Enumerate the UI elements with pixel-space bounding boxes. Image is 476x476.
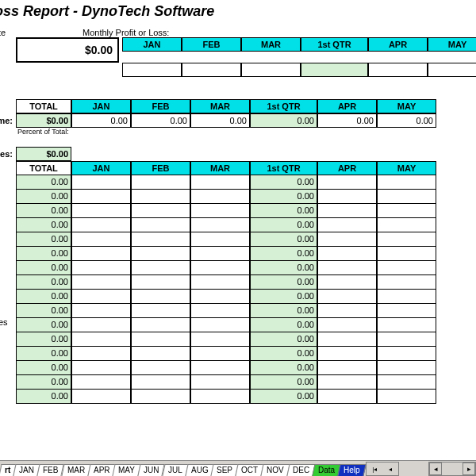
expense-cell[interactable] — [190, 390, 250, 404]
expense-cell[interactable] — [377, 247, 436, 261]
expense-row-total[interactable]: 0.00 — [16, 190, 71, 204]
expense-row-total[interactable]: 0.00 — [16, 318, 71, 332]
expense-cell-q1[interactable]: 0.00 — [250, 332, 317, 347]
expense-row-total[interactable]: 0.00 — [16, 375, 71, 390]
expense-cell[interactable] — [131, 190, 190, 204]
expense-cell[interactable] — [190, 347, 250, 361]
income-cell[interactable]: 0.00 — [190, 113, 250, 128]
income-header-may[interactable]: MAY — [377, 99, 436, 113]
expense-cell[interactable] — [190, 275, 250, 290]
expense-cell[interactable] — [131, 318, 190, 332]
expense-cell[interactable] — [71, 290, 131, 304]
income-header-q1[interactable]: 1st QTR — [250, 99, 317, 113]
expense-cell[interactable] — [190, 190, 250, 204]
expense-cell-q1[interactable]: 0.00 — [250, 190, 317, 204]
income-header-feb[interactable]: FEB — [131, 99, 190, 113]
sheet-tab-jun[interactable]: JUN — [138, 464, 166, 476]
expense-cell-q1[interactable]: 0.00 — [250, 390, 317, 404]
income-cell[interactable]: 0.00 — [131, 113, 190, 128]
tab-scroll-buttons[interactable]: |◂ ◂ — [366, 462, 399, 476]
expense-cell[interactable] — [377, 204, 436, 218]
expense-cell[interactable] — [71, 332, 131, 347]
expense-cell[interactable] — [190, 204, 250, 218]
income-header-mar[interactable]: MAR — [190, 99, 250, 113]
expense-cell[interactable] — [71, 247, 131, 261]
profit-cell[interactable] — [122, 63, 182, 77]
expense-cell[interactable] — [71, 318, 131, 332]
expense-cell[interactable] — [317, 218, 377, 232]
net-profit-value[interactable]: $0.00 — [16, 37, 119, 63]
expense-row-total[interactable]: 0.00 — [16, 175, 71, 190]
expense-cell[interactable] — [71, 261, 131, 275]
expense-cell[interactable] — [131, 247, 190, 261]
sheet-tab-aug[interactable]: AUG — [185, 464, 214, 476]
expense-cell[interactable] — [131, 375, 190, 390]
expense-cell[interactable] — [377, 290, 436, 304]
expense-cell[interactable] — [377, 175, 436, 190]
income-cell-q1[interactable]: 0.00 — [250, 113, 317, 128]
expense-cell[interactable] — [377, 232, 436, 247]
expense-cell[interactable] — [317, 190, 377, 204]
exp-header-feb[interactable]: FEB — [131, 161, 190, 175]
expense-cell-q1[interactable]: 0.00 — [250, 375, 317, 390]
expense-cell[interactable] — [131, 347, 190, 361]
expense-cell[interactable] — [71, 347, 131, 361]
expense-cell[interactable] — [377, 190, 436, 204]
expense-cell[interactable] — [317, 332, 377, 347]
expense-cell[interactable] — [71, 361, 131, 375]
expense-cell[interactable] — [71, 275, 131, 290]
expense-cell[interactable] — [71, 190, 131, 204]
expense-cell[interactable] — [377, 361, 436, 375]
expense-cell[interactable] — [71, 218, 131, 232]
expense-cell-q1[interactable]: 0.00 — [250, 304, 317, 318]
expense-cell[interactable] — [131, 218, 190, 232]
income-header-jan[interactable]: JAN — [71, 99, 131, 113]
expense-cell[interactable] — [190, 218, 250, 232]
income-cell[interactable]: 0.00 — [317, 113, 377, 128]
expense-cell[interactable] — [317, 304, 377, 318]
expense-row-total[interactable]: 0.00 — [16, 232, 71, 247]
expense-cell[interactable] — [131, 232, 190, 247]
expense-cell[interactable] — [71, 375, 131, 390]
exp-header-jan[interactable]: JAN — [71, 161, 131, 175]
month-header-jan[interactable]: JAN — [122, 37, 182, 52]
sheet-tab-jan[interactable]: JAN — [13, 464, 40, 476]
expense-cell[interactable] — [71, 390, 131, 404]
expense-row-total[interactable]: 0.00 — [16, 290, 71, 304]
sheet-tab-apr[interactable]: APR — [87, 464, 116, 476]
expense-cell-q1[interactable]: 0.00 — [250, 204, 317, 218]
expense-cell[interactable] — [71, 175, 131, 190]
sheet-tab-jul[interactable]: JUL — [162, 464, 188, 476]
month-header-feb[interactable]: FEB — [182, 37, 241, 52]
expense-cell[interactable] — [131, 290, 190, 304]
expense-cell[interactable] — [190, 318, 250, 332]
expense-cell[interactable] — [131, 304, 190, 318]
expense-cell[interactable] — [190, 361, 250, 375]
expense-cell[interactable] — [131, 275, 190, 290]
expense-cell[interactable] — [190, 290, 250, 304]
expense-cell-q1[interactable]: 0.00 — [250, 318, 317, 332]
sheet-tab-feb[interactable]: FEB — [37, 464, 65, 476]
profit-cell[interactable] — [182, 63, 241, 77]
expense-row-total[interactable]: 0.00 — [16, 361, 71, 375]
expense-cell[interactable] — [317, 232, 377, 247]
expense-cell[interactable] — [317, 204, 377, 218]
expense-row-total[interactable]: 0.00 — [16, 347, 71, 361]
expense-cell[interactable] — [317, 390, 377, 404]
expense-cell[interactable] — [317, 347, 377, 361]
expense-cell[interactable] — [131, 261, 190, 275]
income-header-apr[interactable]: APR — [317, 99, 377, 113]
sheet-tab-dec[interactable]: DEC — [286, 464, 315, 476]
expense-cell-q1[interactable]: 0.00 — [250, 247, 317, 261]
expense-cell[interactable] — [190, 375, 250, 390]
expense-cell[interactable] — [131, 204, 190, 218]
expense-cell[interactable] — [71, 232, 131, 247]
sheet-tab-data[interactable]: Data — [313, 464, 341, 476]
exp-header-q1[interactable]: 1st QTR — [250, 161, 317, 175]
expense-row-total[interactable]: 0.00 — [16, 247, 71, 261]
expense-cell[interactable] — [317, 175, 377, 190]
expense-cell-q1[interactable]: 0.00 — [250, 261, 317, 275]
sheet-tab-mar[interactable]: MAR — [61, 464, 90, 476]
expense-cell[interactable] — [317, 318, 377, 332]
expense-cell[interactable] — [317, 275, 377, 290]
